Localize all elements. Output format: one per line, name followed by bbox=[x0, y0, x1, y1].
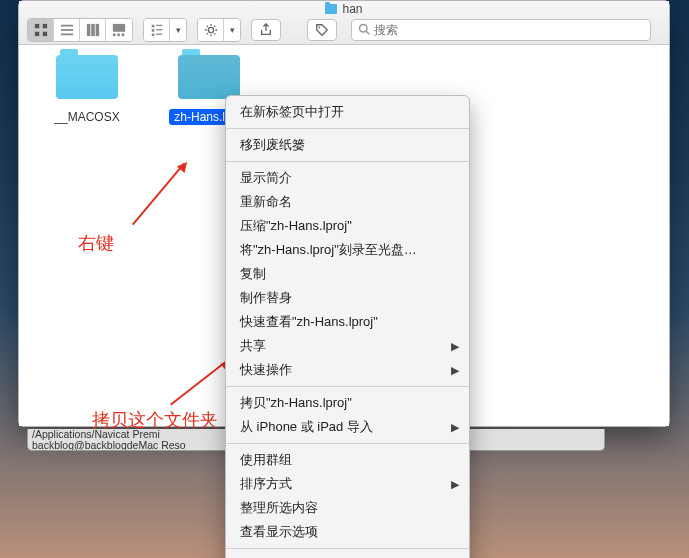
list-view-button[interactable] bbox=[54, 19, 80, 41]
toolbar: ▾ ▾ bbox=[19, 16, 669, 44]
action-dropdown-button[interactable]: ▾ bbox=[224, 19, 240, 41]
svg-point-21 bbox=[319, 27, 321, 29]
search-field[interactable] bbox=[351, 19, 651, 41]
svg-rect-12 bbox=[117, 34, 120, 37]
menu-clean-up[interactable]: 整理所选内容 bbox=[226, 496, 469, 520]
svg-rect-9 bbox=[95, 24, 99, 36]
svg-rect-7 bbox=[86, 24, 90, 36]
window-title-text: han bbox=[342, 2, 362, 16]
search-icon bbox=[358, 23, 370, 38]
svg-rect-2 bbox=[34, 32, 38, 36]
menu-duplicate[interactable]: 复制 bbox=[226, 262, 469, 286]
menu-use-groups[interactable]: 使用群组 bbox=[226, 448, 469, 472]
submenu-arrow-icon: ▶ bbox=[451, 478, 459, 491]
context-menu: 在新标签页中打开 移到废纸篓 显示简介 重新命名 压缩"zh-Hans.lpro… bbox=[225, 95, 470, 558]
svg-rect-3 bbox=[42, 32, 46, 36]
svg-rect-1 bbox=[42, 24, 46, 28]
folder-icon bbox=[56, 55, 118, 99]
menu-get-info[interactable]: 显示简介 bbox=[226, 166, 469, 190]
menu-share[interactable]: 共享▶ bbox=[226, 334, 469, 358]
menu-sort-by[interactable]: 排序方式▶ bbox=[226, 472, 469, 496]
menu-burn[interactable]: 将"zh-Hans.lproj"刻录至光盘… bbox=[226, 238, 469, 262]
svg-rect-5 bbox=[60, 29, 72, 31]
menu-move-to-trash[interactable]: 移到废纸篓 bbox=[226, 133, 469, 157]
search-input[interactable] bbox=[374, 23, 644, 37]
svg-point-22 bbox=[360, 24, 368, 32]
svg-rect-17 bbox=[156, 29, 162, 30]
group-button[interactable] bbox=[144, 19, 170, 41]
menu-separator bbox=[226, 128, 469, 129]
share-icon bbox=[259, 23, 273, 37]
folder-item[interactable]: __MACOSX bbox=[37, 55, 137, 125]
tag-icon bbox=[315, 23, 329, 37]
column-view-button[interactable] bbox=[80, 19, 106, 41]
menu-import-device[interactable]: 从 iPhone 或 iPad 导入▶ bbox=[226, 415, 469, 439]
menu-separator bbox=[226, 548, 469, 549]
svg-rect-13 bbox=[122, 34, 125, 37]
submenu-arrow-icon: ▶ bbox=[451, 364, 459, 377]
folder-icon bbox=[178, 55, 240, 99]
menu-quick-actions[interactable]: 快速操作▶ bbox=[226, 358, 469, 382]
group-dropdown-button[interactable]: ▾ bbox=[170, 19, 186, 41]
menu-view-options[interactable]: 查看显示选项 bbox=[226, 520, 469, 544]
svg-rect-0 bbox=[34, 24, 38, 28]
menu-open-new-tab[interactable]: 在新标签页中打开 bbox=[226, 100, 469, 124]
svg-rect-16 bbox=[151, 29, 154, 32]
svg-line-23 bbox=[366, 31, 369, 34]
columns-icon bbox=[86, 23, 100, 37]
list-icon bbox=[60, 23, 74, 37]
svg-rect-19 bbox=[156, 34, 162, 35]
svg-rect-10 bbox=[113, 24, 125, 32]
svg-rect-18 bbox=[151, 34, 154, 37]
svg-rect-15 bbox=[156, 25, 162, 26]
view-mode-segmented[interactable] bbox=[27, 18, 133, 42]
gallery-view-button[interactable] bbox=[106, 19, 132, 41]
submenu-arrow-icon: ▶ bbox=[451, 340, 459, 353]
svg-rect-6 bbox=[60, 34, 72, 36]
chevron-down-icon: ▾ bbox=[230, 25, 235, 35]
titlebar: han bbox=[19, 1, 669, 45]
gallery-icon bbox=[112, 23, 126, 37]
svg-point-20 bbox=[208, 27, 213, 32]
folder-icon bbox=[325, 4, 337, 14]
gear-icon bbox=[204, 23, 218, 37]
menu-compress[interactable]: 压缩"zh-Hans.lproj" bbox=[226, 214, 469, 238]
menu-separator bbox=[226, 443, 469, 444]
icon-view-button[interactable] bbox=[28, 19, 54, 41]
menu-rename[interactable]: 重新命名 bbox=[226, 190, 469, 214]
menu-tag-colors bbox=[226, 553, 469, 558]
grid-icon bbox=[34, 23, 48, 37]
group-icon bbox=[150, 23, 164, 37]
menu-separator bbox=[226, 386, 469, 387]
chevron-down-icon: ▾ bbox=[176, 25, 181, 35]
action-segmented[interactable]: ▾ bbox=[197, 18, 241, 42]
tags-button[interactable] bbox=[307, 19, 337, 41]
submenu-arrow-icon: ▶ bbox=[451, 421, 459, 434]
action-button[interactable] bbox=[198, 19, 224, 41]
svg-rect-8 bbox=[91, 24, 95, 36]
menu-copy[interactable]: 拷贝"zh-Hans.lproj" bbox=[226, 391, 469, 415]
svg-rect-4 bbox=[60, 25, 72, 27]
menu-make-alias[interactable]: 制作替身 bbox=[226, 286, 469, 310]
share-button[interactable] bbox=[251, 19, 281, 41]
svg-rect-14 bbox=[151, 25, 154, 28]
folder-label: __MACOSX bbox=[49, 109, 124, 125]
window-title: han bbox=[325, 2, 362, 16]
svg-rect-11 bbox=[113, 34, 116, 37]
group-segmented[interactable]: ▾ bbox=[143, 18, 187, 42]
menu-quicklook[interactable]: 快速查看"zh-Hans.lproj" bbox=[226, 310, 469, 334]
menu-separator bbox=[226, 161, 469, 162]
